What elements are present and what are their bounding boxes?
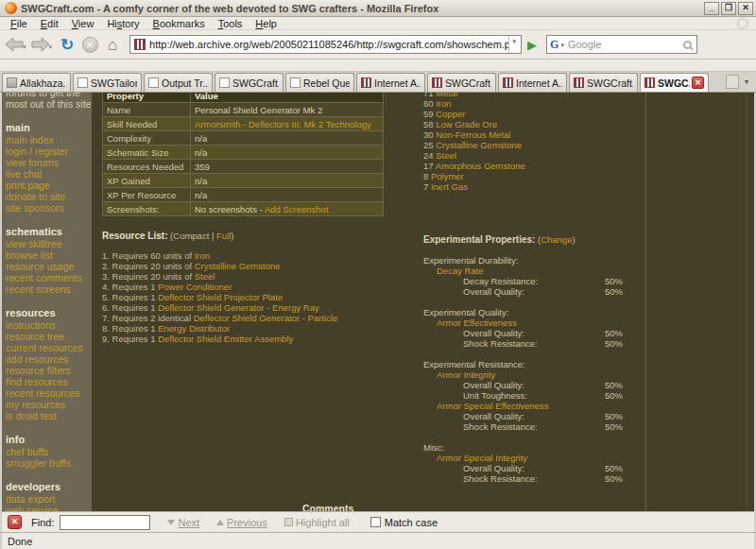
search-engine-dropdown-icon[interactable]: ▾ xyxy=(560,42,564,49)
value-link-armorsmith-deflectors-iii-mk-2-technology[interactable]: Armorsmith - Deflectors III: Mk 2 Techno… xyxy=(195,119,371,129)
sidebar-item-recent-comments[interactable]: recent comments xyxy=(6,272,92,283)
sidebar-item-instructions[interactable]: instructions xyxy=(6,319,92,331)
experimental-group-armor-special-integrity[interactable]: Armor Special Integrity xyxy=(423,453,623,463)
back-dropdown-icon[interactable]: ▾ xyxy=(23,43,26,51)
resource-link-power-conditioner[interactable]: Power Conditioner xyxy=(158,282,232,292)
go-button[interactable]: ▶ xyxy=(527,38,537,52)
find-next-button[interactable]: Next xyxy=(167,517,199,528)
resource-link-deflector-shield-generator-energy-ray[interactable]: Deflector Shield Generator - Energy Ray xyxy=(158,302,319,313)
sidebar-item-resource-usage[interactable]: resource usage xyxy=(6,261,92,272)
sidebar-item-recent-resources[interactable]: recent resources xyxy=(6,387,92,399)
total-link-low-grade-ore[interactable]: Low Grade Ore xyxy=(436,119,497,129)
menu-history[interactable]: History xyxy=(100,18,146,29)
sidebar-item-add-resources[interactable]: add resources xyxy=(6,353,92,365)
menu-help[interactable]: Help xyxy=(249,18,284,29)
change-link[interactable]: Change xyxy=(541,234,572,245)
minimize-button[interactable]: _ xyxy=(704,2,719,15)
sidebar-item-login-register[interactable]: login / register xyxy=(6,146,92,157)
total-link-polymer[interactable]: Polymer xyxy=(431,171,464,181)
total-link-copper[interactable]: Copper xyxy=(436,109,465,119)
search-input[interactable] xyxy=(568,39,683,50)
resource-link-iron[interactable]: Iron xyxy=(195,250,210,261)
tab-list-dropdown-icon[interactable]: ▾ xyxy=(743,77,754,86)
value-link-add-screenshot[interactable]: Add Screenshot xyxy=(265,204,329,214)
tab-scroll-button[interactable] xyxy=(726,75,739,89)
sidebar-item-view-forums[interactable]: view forums xyxy=(6,157,92,168)
total-link-inert-gas[interactable]: Inert Gas xyxy=(431,181,468,192)
menu-file[interactable]: File xyxy=(4,18,34,29)
experimental-group-armor-special-effectiveness[interactable]: Armor Special Effectiveness xyxy=(423,401,623,411)
back-button[interactable] xyxy=(4,35,25,54)
sidebar-item-view-skilltree[interactable]: view skilltree xyxy=(6,238,92,249)
forward-dropdown-icon[interactable]: ▾ xyxy=(49,43,53,51)
menu-view[interactable]: View xyxy=(65,18,101,29)
sidebar-item-resource-tree[interactable]: resource tree xyxy=(6,331,92,342)
full-view-link[interactable]: Full xyxy=(216,231,231,241)
value-cell: Armorsmith - Deflectors III: Mk 2 Techno… xyxy=(191,117,384,131)
sidebar-item-site-sponsors[interactable]: site sponsors xyxy=(6,202,92,214)
tab-close-icon[interactable]: ✕ xyxy=(692,77,704,89)
restore-button[interactable]: ❐ xyxy=(721,2,736,15)
sidebar-item-current-resources[interactable]: current resources xyxy=(6,342,92,353)
experimental-group-armor-integrity[interactable]: Armor Integrity xyxy=(423,369,623,380)
sidebar-item-chef-buffs[interactable]: chef buffs xyxy=(6,446,92,457)
experimental-group-armor-effectiveness[interactable]: Armor Effectiveness xyxy=(423,317,623,328)
total-link-amorphous-gemstone[interactable]: Amorphous Gemstone xyxy=(436,161,525,171)
tab-label: SWGTailor... xyxy=(91,77,137,89)
tab-swgtailor[interactable]: SWGTailor... xyxy=(73,73,142,92)
url-bar[interactable]: ▾ xyxy=(129,35,522,54)
tab-allakhaza[interactable]: Allakhaza... xyxy=(2,73,71,92)
url-input[interactable] xyxy=(149,39,507,50)
sidebar-item-web-service[interactable]: web service xyxy=(6,505,92,511)
match-case-checkbox[interactable] xyxy=(370,517,381,527)
tab-internet-a[interactable]: Internet A... xyxy=(356,73,425,92)
sidebar-item-recent-screens[interactable]: recent screens xyxy=(6,283,92,295)
experimental-group-decay-rate[interactable]: Decay Rate xyxy=(423,266,623,276)
total-link-iron[interactable]: Iron xyxy=(436,98,451,109)
sidebar-item-resource-filters[interactable]: resource filters xyxy=(6,365,92,376)
sidebar-item-browse-list[interactable]: browse list xyxy=(6,249,92,261)
resource-link-deflector-shield-emitter-assembly[interactable]: Deflector Shield Emitter Assembly xyxy=(158,334,293,344)
menu-edit[interactable]: Edit xyxy=(34,18,65,29)
tab-swgcraft[interactable]: SWGCraft... xyxy=(427,73,496,92)
stop-button[interactable]: ✕ xyxy=(80,35,99,54)
tab-swgcraft[interactable]: SWGCraft... xyxy=(215,73,284,92)
reload-button[interactable]: ↻ xyxy=(58,35,77,54)
sidebar-item-is-droid-test[interactable]: is droid test xyxy=(6,410,92,421)
tab-label: Output Tr... xyxy=(162,77,208,89)
total-link-non-ferrous-metal[interactable]: Non-Ferrous Metal xyxy=(436,129,510,140)
find-previous-button[interactable]: Previous xyxy=(216,517,267,528)
tab-swgcraft[interactable]: SWGCraft... xyxy=(569,73,638,92)
menu-tools[interactable]: Tools xyxy=(212,18,249,29)
findbar-close-button[interactable]: ✕ xyxy=(8,515,22,529)
search-icon[interactable] xyxy=(683,41,692,49)
forward-button[interactable] xyxy=(30,35,51,54)
tab-swgc[interactable]: SWGC...✕ xyxy=(640,73,709,92)
sidebar-item-data-export[interactable]: data export xyxy=(6,493,92,505)
sidebar-item-main-index[interactable]: main index xyxy=(6,134,92,146)
resource-link-steel[interactable]: Steel xyxy=(195,271,215,282)
resource-link-deflector-shield-generator-particle[interactable]: Deflector Shield Generator - Particle xyxy=(194,313,338,323)
sidebar-item-donate-to-site[interactable]: donate to site xyxy=(6,191,92,202)
sidebar-item-smuggler-buffs[interactable]: smuggler buffs xyxy=(6,457,92,469)
home-button[interactable]: ⌂ xyxy=(103,35,122,54)
menu-bookmarks[interactable]: Bookmarks xyxy=(146,18,212,29)
sidebar-item-my-resources[interactable]: my resources xyxy=(6,399,92,410)
tab-output-tr[interactable]: Output Tr... xyxy=(144,73,213,92)
search-bar[interactable]: G ▾ xyxy=(546,35,697,54)
url-dropdown-icon[interactable]: ▾ xyxy=(508,36,520,53)
sidebar-item-find-resources[interactable]: find resources xyxy=(6,376,92,387)
total-link-steel[interactable]: Steel xyxy=(436,150,456,161)
tab-rebel-que[interactable]: Rebel Que... xyxy=(285,73,354,92)
total-link-crystalline-gemstone[interactable]: Crystalline Gemstone xyxy=(436,140,522,150)
highlight-all-button[interactable]: Highlight all xyxy=(284,517,350,528)
tab-internet-a[interactable]: Internet A... xyxy=(498,73,567,92)
sidebar-item-print-page[interactable]: print page xyxy=(6,180,92,191)
find-input[interactable] xyxy=(60,515,150,530)
sidebar-item-live-chat[interactable]: live chat xyxy=(6,168,92,180)
resource-link-crystalline-gemstone[interactable]: Crystalline Gemstone xyxy=(195,261,281,271)
match-case-option[interactable]: Match case xyxy=(370,517,438,528)
resource-link-energy-distributor[interactable]: Energy Distributor xyxy=(158,323,230,334)
resource-link-deflector-shield-projector-plate[interactable]: Deflector Shield Projector Plate xyxy=(158,292,283,302)
close-button[interactable]: ✕ xyxy=(738,2,753,15)
